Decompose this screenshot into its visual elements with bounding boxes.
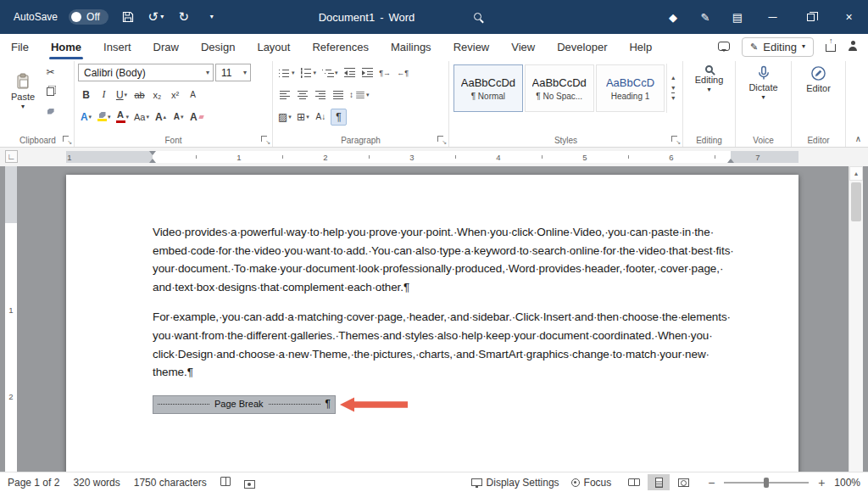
tab-mailings[interactable]: Mailings: [380, 34, 442, 59]
dictate-button[interactable]: Dictate ▾: [739, 63, 787, 103]
page-indicator[interactable]: Page 1 of 2: [8, 477, 59, 489]
presence-icon[interactable]: [848, 41, 858, 53]
scrollbar-thumb[interactable]: [851, 182, 861, 221]
cut-button[interactable]: ✂: [42, 64, 58, 81]
pen-icon[interactable]: ✎: [689, 0, 721, 34]
shrink-font-button[interactable]: A ▾: [170, 109, 186, 126]
editing-mode-dropdown[interactable]: ✎ Editing ▾: [742, 37, 814, 57]
document-content[interactable]: Video· provides· a· powerful· way· to· h…: [153, 223, 734, 414]
change-case-button[interactable]: Aa ▾: [132, 109, 151, 126]
font-dialog-launcher[interactable]: [261, 136, 270, 144]
zoom-slider[interactable]: [724, 482, 809, 484]
line-spacing-button[interactable]: ↕ ▾: [348, 87, 371, 103]
vertical-scrollbar[interactable]: ▴: [849, 166, 863, 472]
hanging-indent-marker[interactable]: [149, 159, 156, 163]
increase-indent-button[interactable]: [359, 64, 376, 81]
text-effects-button[interactable]: A ▾: [78, 109, 94, 126]
tab-layout[interactable]: Layout: [246, 34, 301, 59]
tab-view[interactable]: View: [500, 34, 546, 59]
font-name-combo[interactable]: Calibri (Body) ▾: [78, 64, 214, 81]
tab-file[interactable]: File: [0, 34, 40, 59]
align-right-button[interactable]: [312, 87, 328, 103]
format-painter-button[interactable]: [42, 103, 58, 120]
redo-icon[interactable]: ↻: [175, 7, 192, 27]
vertical-ruler[interactable]: 1 2: [5, 166, 17, 472]
autosave-toggle[interactable]: Off: [69, 9, 108, 25]
strikethrough-button[interactable]: ab: [131, 87, 147, 103]
web-layout-button[interactable]: [672, 474, 694, 490]
proofing-icon[interactable]: [220, 477, 231, 489]
numbering-button[interactable]: ▾: [298, 64, 319, 81]
share-icon[interactable]: [826, 40, 836, 54]
zoom-level[interactable]: 100%: [834, 477, 860, 489]
tab-home[interactable]: Home: [40, 34, 92, 59]
macro-icon[interactable]: [244, 477, 255, 489]
word-count[interactable]: 320 words: [73, 477, 120, 489]
clear-formatting-button[interactable]: A: [188, 109, 205, 126]
right-indent-marker[interactable]: [727, 159, 734, 163]
show-hide-formatting-button[interactable]: ¶: [331, 109, 347, 126]
multilevel-list-button[interactable]: ▾: [320, 64, 340, 81]
style-heading1[interactable]: AaBbCcD Heading 1: [596, 64, 665, 112]
page-break-marker[interactable]: Page Break ¶: [153, 395, 336, 414]
first-line-indent-marker[interactable]: [149, 151, 156, 155]
justify-button[interactable]: [330, 87, 346, 103]
style-normal[interactable]: AaBbCcDd ¶ Normal: [453, 64, 523, 112]
comments-icon[interactable]: [718, 41, 730, 53]
save-icon[interactable]: [120, 7, 136, 27]
horizontal-ruler[interactable]: 1 1 2 3 4 5 6 7: [66, 151, 798, 163]
paragraph-dialog-launcher[interactable]: [437, 136, 446, 144]
clipboard-dialog-launcher[interactable]: [63, 136, 71, 144]
decrease-indent-button[interactable]: [342, 64, 358, 81]
rtl-direction-button[interactable]: ←¶: [395, 64, 411, 81]
style-no-spacing[interactable]: AaBbCcDd ¶ No Spac...: [525, 64, 594, 112]
borders-button[interactable]: ⊞ ▾: [295, 109, 311, 126]
paragraph-1[interactable]: Video· provides· a· powerful· way· to· h…: [153, 223, 734, 296]
tab-selector[interactable]: ∟: [5, 150, 18, 163]
tab-references[interactable]: References: [301, 34, 379, 59]
tab-draw[interactable]: Draw: [142, 34, 190, 59]
ribbon-display-options-icon[interactable]: ▤: [721, 0, 754, 34]
underline-button[interactable]: U ▾: [114, 87, 130, 103]
zoom-in-button[interactable]: +: [816, 476, 826, 489]
read-mode-button[interactable]: [623, 474, 645, 490]
align-left-button[interactable]: [276, 87, 292, 103]
undo-button[interactable]: ↺ ▾: [147, 7, 164, 27]
styles-dialog-launcher[interactable]: [671, 136, 680, 144]
styles-scroll-up-icon[interactable]: ▴: [671, 75, 675, 81]
tab-developer[interactable]: Developer: [546, 34, 618, 59]
align-center-button[interactable]: [294, 87, 310, 103]
zoom-out-button[interactable]: −: [706, 476, 716, 489]
tab-review[interactable]: Review: [442, 34, 501, 59]
tab-insert[interactable]: Insert: [92, 34, 142, 59]
premium-features-icon[interactable]: ◆: [657, 0, 689, 34]
zoom-slider-thumb[interactable]: [764, 478, 769, 488]
search-icon[interactable]: [474, 11, 481, 23]
collapse-ribbon-icon[interactable]: ∧: [855, 134, 861, 143]
shading-button[interactable]: ▨ ▾: [276, 109, 293, 126]
character-count[interactable]: 1750 characters: [134, 477, 207, 489]
superscript-button[interactable]: x²: [167, 87, 183, 103]
font-color-button[interactable]: A ▾: [114, 109, 131, 126]
display-settings-button[interactable]: Display Settings: [471, 477, 559, 489]
restore-button[interactable]: [792, 0, 830, 34]
editor-button[interactable]: Editor: [795, 63, 842, 96]
paragraph-2[interactable]: For· example,· you· can· add· a· matchin…: [153, 308, 734, 381]
highlight-color-button[interactable]: ▾: [96, 109, 113, 126]
bullets-button[interactable]: ▾: [276, 64, 297, 81]
styles-gallery-more-icon[interactable]: ▾: [671, 95, 675, 102]
sort-button[interactable]: A↓: [313, 109, 329, 126]
bold-button[interactable]: B: [78, 87, 94, 103]
editing-menu-button[interactable]: Editing ▾: [687, 63, 732, 96]
phonetic-guide-button[interactable]: A: [185, 87, 201, 103]
print-layout-button[interactable]: [648, 474, 670, 490]
customize-quick-access-icon[interactable]: ▾: [203, 7, 220, 27]
close-button[interactable]: ×: [830, 0, 868, 34]
focus-button[interactable]: Focus: [571, 477, 612, 489]
grow-font-button[interactable]: A ▴: [153, 109, 169, 126]
minimize-button[interactable]: ─: [754, 0, 792, 34]
paste-button[interactable]: Paste ▾: [5, 64, 41, 120]
font-size-combo[interactable]: 11 ▾: [215, 64, 251, 81]
ltr-direction-button[interactable]: ¶→: [377, 64, 393, 81]
subscript-button[interactable]: x₂: [149, 87, 165, 103]
